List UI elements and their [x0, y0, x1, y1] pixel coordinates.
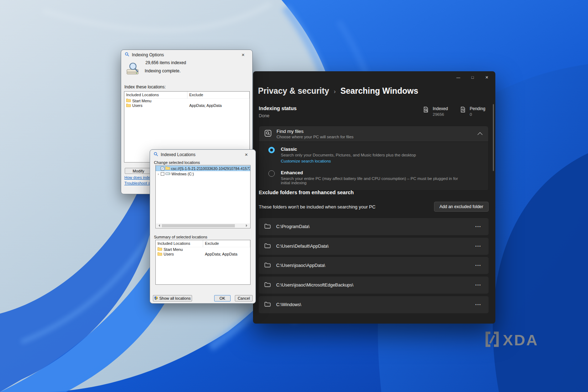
magnifier-icon	[125, 52, 129, 58]
excluded-folder-path: C:\Users\joaoc\AppData\	[276, 263, 325, 268]
cancel-button[interactable]: Cancel	[235, 295, 253, 301]
xda-watermark: XDA	[485, 331, 538, 349]
more-options-icon[interactable]: •••	[475, 225, 481, 228]
breadcrumb-separator-icon: ›	[334, 88, 336, 95]
indexed-document-icon	[422, 106, 429, 115]
more-options-icon[interactable]: •••	[475, 283, 481, 287]
folder-icon	[264, 243, 271, 250]
maximize-button[interactable]: □	[465, 72, 480, 83]
more-options-icon[interactable]: •••	[475, 303, 481, 306]
minimize-button[interactable]: —	[451, 72, 465, 83]
column-included-locations: Included Locations	[124, 92, 187, 99]
horizontal-scrollbar[interactable]	[156, 223, 250, 228]
folder-icon	[158, 247, 162, 252]
folder-icon	[264, 262, 271, 269]
locations-tree[interactable]: ✓ csc://{S-1-5-21-2110033630-1042910784-…	[155, 165, 251, 228]
find-my-files-card: Find my files Choose where your PC will …	[259, 126, 489, 191]
find-my-files-title: Find my files	[277, 129, 354, 134]
indexed-locations-titlebar[interactable]: Indexed Locations ✕	[150, 150, 256, 160]
classic-label: Classic	[281, 146, 416, 152]
search-icon	[264, 130, 272, 138]
excluded-folder-row: C:\Users\Default\AppData\ •••	[259, 238, 489, 255]
xda-logo-text: XDA	[503, 332, 538, 348]
window-controls: — □ ✕	[451, 72, 494, 83]
show-all-locations-button[interactable]: Show all locations	[153, 295, 192, 301]
listbox-header: Included Locations Exclude	[124, 92, 249, 98]
excluded-folder-row: C:\Users\joaoc\MicrosoftEdgeBackups\ •••	[259, 277, 489, 294]
location-name: Start Menu	[132, 99, 151, 103]
tree-item-label: csc://{S-1-5-21-2110033630-1042910784-41…	[171, 166, 250, 171]
exclude-description-row: These folders won't be included when sea…	[259, 200, 489, 213]
folder-icon	[158, 252, 162, 257]
pending-document-icon	[459, 106, 466, 115]
expander-icon[interactable]: ›	[157, 172, 160, 176]
magnifier-icon	[154, 151, 158, 158]
indexed-locations-dialog: Indexed Locations ✕ Change selected loca…	[150, 149, 256, 304]
enhanced-radio[interactable]	[268, 170, 275, 177]
indexed-label: Indexed	[433, 106, 448, 111]
checkbox-unchecked[interactable]	[161, 172, 164, 176]
excluded-folder-row: C:\ProgramData\ •••	[259, 218, 489, 235]
checkbox-checked[interactable]: ✓	[161, 167, 164, 170]
modify-button[interactable]: Modify	[125, 168, 152, 174]
close-button[interactable]: ✕	[480, 72, 494, 83]
page-title: Searching Windows	[340, 86, 418, 96]
pending-value: 0	[470, 112, 485, 117]
excluded-folder-row: C:\Users\joaoc\AppData\ •••	[259, 257, 489, 274]
find-my-files-subtitle: Choose where your PC will search for fil…	[277, 135, 354, 139]
add-excluded-folder-button[interactable]: Add an excluded folder	[434, 202, 489, 212]
location-exclude: AppData; AppData	[187, 103, 249, 108]
indexing-status-title: Indexing status	[259, 105, 296, 111]
location-row[interactable]: Users AppData; AppData	[124, 103, 249, 108]
find-my-files-options: Classic Search only your Documents, Pict…	[259, 141, 488, 190]
tree-row-windows-c[interactable]: › Windows (C:)	[156, 171, 250, 176]
show-all-locations-label: Show all locations	[159, 296, 191, 300]
folder-icon	[264, 223, 271, 230]
listbox-header: Included Locations Exclude	[156, 240, 250, 247]
uac-shield-icon	[154, 296, 158, 301]
close-icon[interactable]: ✕	[241, 151, 252, 159]
find-my-files-header[interactable]: Find my files Choose where your PC will …	[259, 126, 488, 141]
location-name: Start Menu	[164, 247, 183, 252]
close-icon[interactable]: ✕	[237, 51, 249, 59]
excluded-folder-path: C:\ProgramData\	[276, 224, 310, 229]
excluded-folder-path: C:\Users\Default\AppData\	[276, 244, 329, 249]
summary-label: Summary of selected locations	[154, 235, 207, 239]
indexing-drive-icon	[126, 62, 141, 78]
column-included-locations: Included Locations	[156, 240, 203, 247]
breadcrumb-parent[interactable]: Privacy & security	[258, 86, 329, 96]
excluded-folder-path: C:\Windows\	[276, 302, 301, 307]
location-name: Users	[132, 103, 143, 108]
column-exclude: Exclude	[203, 240, 250, 247]
pending-label: Pending	[470, 106, 485, 111]
ok-button[interactable]: OK	[214, 295, 231, 301]
summary-row[interactable]: Users AppData; AppData	[156, 252, 250, 257]
more-options-icon[interactable]: •••	[475, 244, 481, 248]
classic-description: Search only your Documents, Pictures, an…	[281, 153, 416, 157]
folder-icon	[126, 103, 131, 108]
location-row[interactable]: Start Menu	[124, 98, 249, 103]
enhanced-description: Search your entire PC (may affect batter…	[281, 176, 466, 185]
chevron-up-icon[interactable]	[478, 132, 483, 137]
location-name: Users	[164, 252, 174, 256]
dialog-title: Indexing Options	[132, 52, 164, 57]
tree-row-csc[interactable]: ✓ csc://{S-1-5-21-2110033630-1042910784-…	[156, 166, 250, 171]
column-exclude: Exclude	[187, 92, 249, 99]
summary-listbox[interactable]: Included Locations Exclude Start Menu Us…	[155, 240, 251, 285]
desktop: XDA — □ ✕ Privacy & security › Searching…	[0, 0, 588, 392]
classic-radio[interactable]	[268, 147, 275, 153]
enhanced-label: Enhanced	[281, 170, 466, 175]
scroll-right-icon[interactable]	[246, 224, 249, 227]
folder-icon	[126, 98, 131, 103]
pending-counter: Pending 0	[459, 106, 485, 117]
scrollbar-thumb[interactable]	[162, 224, 235, 227]
indexing-options-titlebar[interactable]: Indexing Options ✕	[121, 50, 252, 60]
settings-scrollbar[interactable]	[493, 104, 494, 171]
scroll-left-icon[interactable]	[157, 224, 160, 227]
folder-icon	[264, 301, 271, 308]
indexed-value: 29656	[433, 112, 448, 117]
customize-search-locations-link[interactable]: Customize search locations	[281, 159, 331, 163]
more-options-icon[interactable]: •••	[475, 264, 481, 267]
summary-row[interactable]: Start Menu	[156, 247, 250, 252]
dialog-title: Indexed Locations	[161, 152, 195, 157]
